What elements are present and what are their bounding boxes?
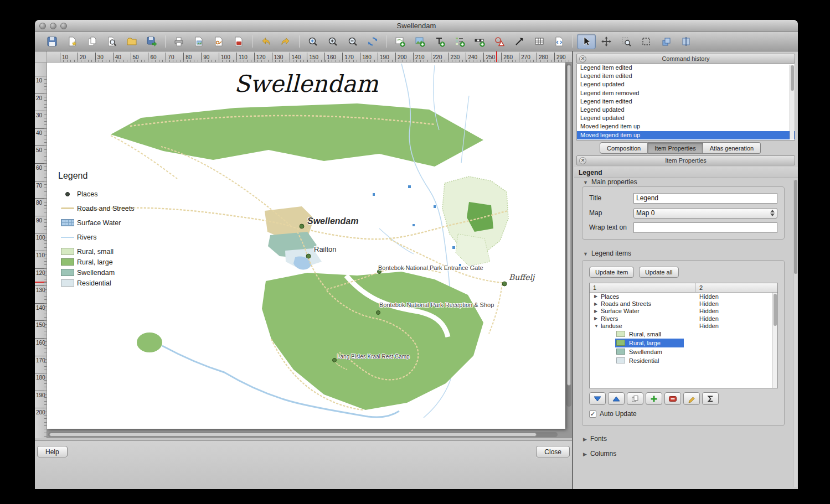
tree-child-swellendam[interactable]: Swellendam: [590, 347, 777, 356]
history-entry[interactable]: Moved legend item up: [577, 122, 795, 131]
move-item-content-icon[interactable]: [597, 34, 616, 49]
export-svg-icon[interactable]: [209, 34, 228, 49]
open-template-icon[interactable]: [122, 34, 141, 49]
collapse-icon[interactable]: ▼: [594, 324, 600, 329]
scrollbar-thumb[interactable]: [794, 180, 797, 274]
zoom-window-button[interactable]: [60, 23, 67, 29]
add-table-icon[interactable]: [530, 34, 549, 49]
tree-child-rural-small[interactable]: Rural, small: [590, 330, 777, 339]
zoom-full-icon[interactable]: [303, 34, 322, 49]
history-entry[interactable]: Moved legend item up: [577, 131, 795, 139]
history-entry[interactable]: Legend item edited: [577, 72, 795, 80]
close-panel-icon[interactable]: ✕: [579, 55, 586, 63]
expand-icon[interactable]: ▶: [594, 294, 600, 299]
title-input[interactable]: [633, 193, 777, 204]
close-panel-icon[interactable]: ✕: [579, 157, 586, 164]
composition-page[interactable]: Swellendam Legend Places Roads and Stree…: [47, 63, 565, 429]
print-icon[interactable]: [169, 34, 188, 49]
legend-items-tree[interactable]: 1 2 ▶PlacesHidden ▶Roads and StreetsHidd…: [589, 283, 778, 388]
ruler-mark: 250: [483, 53, 501, 63]
add-legend-icon[interactable]: [450, 34, 469, 49]
add-image-icon[interactable]: [410, 34, 429, 49]
scrollbar-thumb[interactable]: [49, 433, 537, 437]
panel-tabs: Composition Item Properties Atlas genera…: [600, 142, 761, 154]
save-as-template-icon[interactable]: [142, 34, 161, 49]
undo-icon[interactable]: [256, 34, 275, 49]
close-button[interactable]: Close: [536, 446, 570, 458]
move-item-up-button[interactable]: [608, 392, 625, 405]
redo-icon[interactable]: [276, 34, 295, 49]
expand-icon[interactable]: ▶: [594, 316, 600, 321]
select-frame-icon[interactable]: [637, 34, 656, 49]
section-legend-items[interactable]: Legend items: [583, 250, 631, 257]
add-map-icon[interactable]: [390, 34, 409, 49]
tree-row-surface-water[interactable]: ▶Surface WaterHidden: [590, 308, 777, 315]
section-columns[interactable]: Columns: [583, 450, 616, 458]
wrap-text-input[interactable]: [633, 222, 777, 233]
zoom-in-icon[interactable]: [323, 34, 342, 49]
scrollbar-thumb[interactable]: [791, 65, 794, 91]
tree-child-residential[interactable]: Residential: [590, 356, 777, 365]
section-main-properties[interactable]: Main properties: [583, 178, 637, 185]
add-label-icon[interactable]: [430, 34, 449, 49]
command-history-list[interactable]: Legend item editedLegend item editedLege…: [576, 64, 795, 141]
tab-composition[interactable]: Composition: [600, 142, 648, 154]
canvas-viewport[interactable]: Swellendam Legend Places Roads and Stree…: [47, 63, 572, 438]
minimize-window-button[interactable]: [50, 23, 56, 29]
tree-row-rivers[interactable]: ▶RiversHidden: [590, 315, 777, 322]
history-scrollbar[interactable]: [790, 65, 794, 139]
tree-child-rural-large[interactable]: Rural, large: [590, 339, 777, 347]
add-arrow-icon[interactable]: [510, 34, 529, 49]
export-image-icon[interactable]: [189, 34, 208, 49]
new-composition-icon[interactable]: [63, 34, 81, 49]
add-scalebar-icon[interactable]: [470, 34, 489, 49]
select-move-item-icon[interactable]: [577, 34, 596, 49]
zoom-to-item-icon[interactable]: [617, 34, 636, 49]
raise-items-icon[interactable]: [657, 34, 676, 49]
tree-row-places[interactable]: ▶PlacesHidden: [590, 293, 777, 300]
map-select[interactable]: Map 0: [633, 208, 777, 219]
update-all-button[interactable]: Update all: [639, 267, 679, 278]
refresh-icon[interactable]: [363, 34, 382, 49]
add-shape-icon[interactable]: [490, 34, 509, 49]
tab-atlas-generation[interactable]: Atlas generation: [703, 142, 761, 154]
update-item-button[interactable]: Update item: [589, 267, 634, 278]
composer-manager-icon[interactable]: [102, 34, 121, 49]
tree-row-roads[interactable]: ▶Roads and StreetsHidden: [590, 300, 777, 307]
duplicate-composition-icon[interactable]: [83, 34, 101, 49]
save-icon[interactable]: [43, 34, 61, 49]
history-entry[interactable]: Legend item removed: [577, 89, 795, 97]
history-entry[interactable]: Legend updated: [577, 80, 795, 89]
help-button[interactable]: Help: [37, 446, 68, 458]
auto-update-checkbox[interactable]: [589, 411, 596, 418]
expand-icon[interactable]: ▶: [594, 302, 600, 306]
export-pdf-icon[interactable]: [229, 34, 248, 49]
legend-item[interactable]: Legend Places Roads and Streets Surface …: [58, 171, 163, 288]
add-html-icon[interactable]: [550, 34, 569, 49]
tab-item-properties[interactable]: Item Properties: [648, 142, 703, 154]
scrollbar-thumb[interactable]: [567, 65, 571, 386]
move-item-down-button[interactable]: [589, 392, 606, 405]
item-count-button[interactable]: [702, 392, 719, 405]
canvas-horizontal-scrollbar[interactable]: [48, 432, 558, 437]
add-item-button[interactable]: [646, 392, 662, 405]
panel-scrollbar[interactable]: [793, 180, 797, 487]
zoom-out-icon[interactable]: [343, 34, 362, 49]
remove-item-button[interactable]: [664, 392, 681, 405]
tree-scrollbar[interactable]: [772, 293, 777, 388]
copy-item-button[interactable]: [627, 392, 643, 405]
section-fonts[interactable]: Fonts: [583, 435, 607, 443]
history-entry[interactable]: Legend item edited: [577, 64, 795, 72]
canvas-vertical-scrollbar[interactable]: [566, 64, 571, 407]
tree-row-landuse[interactable]: ▼landuseHidden: [590, 323, 777, 330]
history-entry[interactable]: Legend updated: [577, 106, 795, 114]
edit-item-button[interactable]: [683, 392, 700, 405]
expand-icon[interactable]: ▶: [594, 309, 600, 314]
scrollbar-thumb[interactable]: [774, 294, 777, 326]
align-items-icon[interactable]: [677, 34, 695, 49]
history-entry[interactable]: Legend item edited: [577, 97, 795, 106]
history-entry[interactable]: Legend updated: [577, 114, 795, 122]
map-title-label[interactable]: Swellendam: [47, 70, 565, 97]
stepper-arrows-icon[interactable]: [769, 209, 776, 217]
close-window-button[interactable]: [39, 23, 46, 29]
